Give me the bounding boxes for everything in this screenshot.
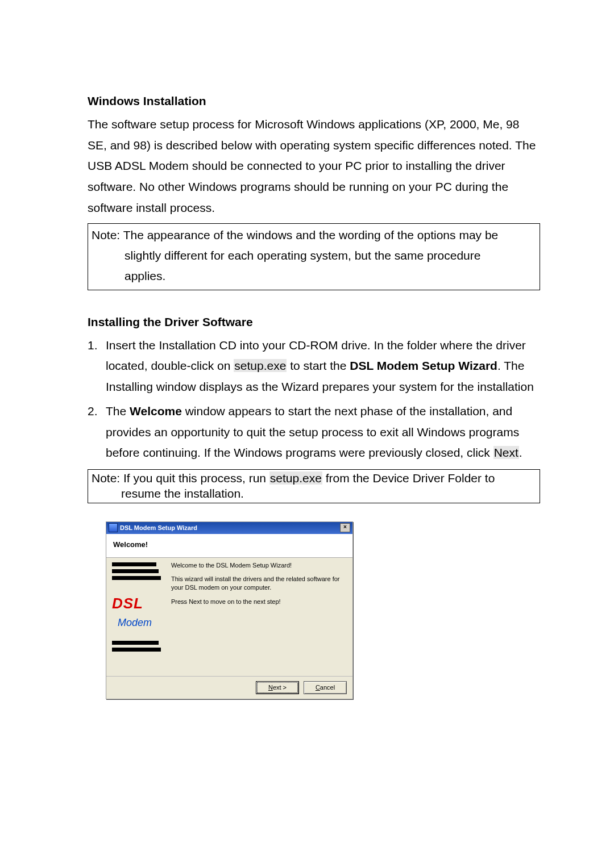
wizard-title: DSL Modem Setup Wizard <box>120 523 197 533</box>
note2-lead: Note: <box>92 471 123 485</box>
note2-line2: resume the installation. <box>92 486 536 502</box>
wizard-screenshot: DSL Modem Setup Wizard × Welcome! DSL Mo… <box>106 521 540 699</box>
note-box-1: Note: The appearance of the windows and … <box>88 223 540 290</box>
note1-lead: Note: <box>92 228 123 241</box>
step-1-number: 1. <box>88 335 106 356</box>
wizard-text-area: Welcome to the DSL Modem Setup Wizard! T… <box>171 561 347 674</box>
decor-bar <box>112 569 159 573</box>
logo-dsl-text: DSL <box>112 591 164 617</box>
wizard-left-art: DSL Modem <box>112 561 164 674</box>
wizard-window: DSL Modem Setup Wizard × Welcome! DSL Mo… <box>106 521 353 699</box>
wizard-p1: Welcome to the DSL Modem Setup Wizard! <box>171 561 347 570</box>
dsl-modem-logo: DSL Modem <box>112 591 164 632</box>
note1-line3: applies. <box>92 266 536 286</box>
note1-text1: The appearance of the windows and the wo… <box>123 228 499 241</box>
decor-bar <box>112 576 161 580</box>
dsl-modem-setup-wizard-bold: DSL Modem Setup Wizard <box>350 359 497 372</box>
wizard-button-row: Next > Cancel <box>106 676 352 699</box>
wizard-body: DSL Modem Welcome to the DSL Modem Setup… <box>106 558 352 676</box>
close-button[interactable]: × <box>340 523 350 532</box>
step-1: 1.Insert the Installation CD into your C… <box>88 335 540 398</box>
document-page: Windows Installation The software setup … <box>0 0 614 756</box>
heading-windows-installation: Windows Installation <box>88 91 540 112</box>
decor-bar <box>112 648 161 652</box>
step-1-body: Insert the Installation CD into your CD-… <box>106 339 534 394</box>
setup-exe-highlight: setup.exe <box>234 359 287 372</box>
wizard-p3: Press Next to move on to the next step! <box>171 598 347 606</box>
next-highlight: Next <box>493 446 519 459</box>
note1-line1: Note: The appearance of the windows and … <box>92 225 536 245</box>
wizard-titlebar[interactable]: DSL Modem Setup Wizard × <box>106 522 352 534</box>
wizard-p2: This wizard will install the drivers and… <box>171 575 347 592</box>
installer-icon <box>109 523 118 532</box>
note-box-2: Note: If you quit this process, run setu… <box>88 469 540 503</box>
next-button[interactable]: Next > <box>256 681 299 694</box>
close-icon: × <box>343 524 347 530</box>
heading-installing-driver: Installing the Driver Software <box>88 312 540 333</box>
step-2: 2.The Welcome window appears to start th… <box>88 401 540 464</box>
note1-line2: slightly different for each operating sy… <box>92 245 536 266</box>
intro-paragraph: The software setup process for Microsoft… <box>88 114 540 219</box>
step-2-body: The Welcome window appears to start the … <box>106 404 522 460</box>
welcome-bold: Welcome <box>130 404 182 418</box>
logo-modem-text: Modem <box>118 614 164 632</box>
note2-setup-highlight: setup.exe <box>269 471 322 485</box>
note2-line1: Note: If you quit this process, run setu… <box>92 471 536 486</box>
cancel-button[interactable]: Cancel <box>304 681 347 694</box>
decor-bar <box>112 641 159 645</box>
wizard-header: Welcome! <box>106 534 352 558</box>
decor-bar <box>112 562 156 566</box>
steps-list: 1.Insert the Installation CD into your C… <box>88 335 540 464</box>
step-2-number: 2. <box>88 401 106 422</box>
